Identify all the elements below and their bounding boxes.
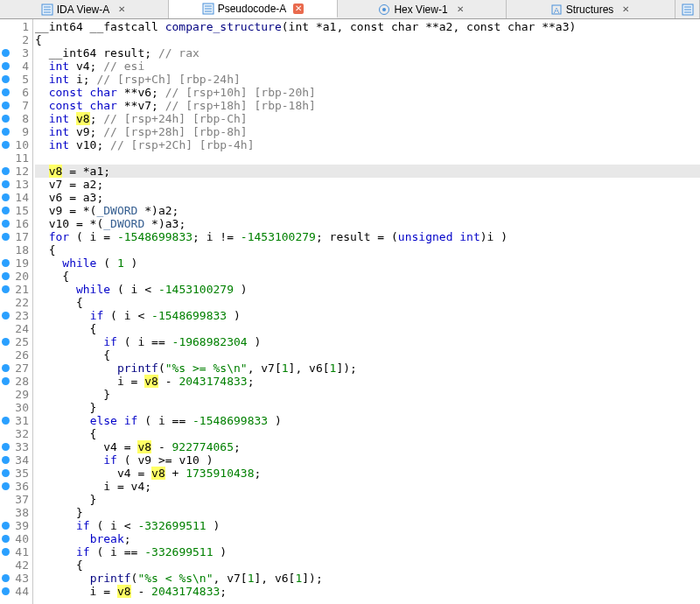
tab-structures[interactable]: A Structures ✕: [507, 0, 676, 18]
line-number[interactable]: 9: [0, 125, 32, 138]
code-line[interactable]: v4 = v8 + 1735910438;: [35, 467, 700, 480]
code-line[interactable]: if ( i == -1968982304 ): [35, 335, 700, 348]
line-number[interactable]: 41: [0, 545, 32, 558]
line-number[interactable]: 5: [0, 73, 32, 86]
line-number[interactable]: 37: [0, 493, 32, 506]
breakpoint-icon[interactable]: [2, 102, 10, 109]
breakpoint-icon[interactable]: [2, 482, 10, 490]
close-icon[interactable]: ✕: [293, 4, 304, 14]
code-line[interactable]: int v9; // [rsp+28h] [rbp-8h]: [35, 125, 700, 138]
code-line[interactable]: }: [35, 401, 700, 414]
breakpoint-icon[interactable]: [2, 75, 10, 83]
breakpoint-icon[interactable]: [2, 456, 10, 464]
line-number[interactable]: 15: [0, 204, 32, 217]
code-line[interactable]: v8 = *a1;: [35, 165, 700, 178]
code-line[interactable]: i = v8 - 2043174833;: [35, 375, 700, 388]
line-number[interactable]: 29: [0, 388, 32, 401]
line-number[interactable]: 30: [0, 401, 32, 414]
line-number[interactable]: 34: [0, 453, 32, 467]
breakpoint-icon[interactable]: [2, 128, 10, 136]
line-number[interactable]: 1: [0, 20, 32, 33]
line-number[interactable]: 22: [0, 296, 32, 309]
code-line[interactable]: v9 = *(_DWORD *)a2;: [35, 204, 700, 217]
line-number[interactable]: 12: [0, 165, 32, 178]
code-line[interactable]: int v10; // [rsp+2Ch] [rbp-4h]: [35, 138, 700, 151]
code-line[interactable]: __int64 __fastcall compare_structure(int…: [35, 20, 700, 33]
code-content[interactable]: __int64 __fastcall compare_structure(int…: [33, 19, 700, 604]
code-line[interactable]: if ( v9 >= v10 ): [35, 453, 700, 467]
line-number[interactable]: 11: [0, 151, 32, 165]
code-line[interactable]: while ( 1 ): [35, 256, 700, 270]
line-number[interactable]: 39: [0, 519, 32, 532]
line-number-gutter[interactable]: 1234567891011121314151617181920212223242…: [0, 19, 33, 604]
code-line[interactable]: {: [35, 322, 700, 335]
breakpoint-icon[interactable]: [2, 285, 10, 293]
code-line[interactable]: }: [35, 493, 700, 506]
breakpoint-icon[interactable]: [2, 180, 10, 188]
code-line[interactable]: const char **v7; // [rsp+18h] [rbp-18h]: [35, 99, 700, 112]
code-line[interactable]: if ( i == -332699511 ): [35, 545, 700, 558]
line-number[interactable]: 25: [0, 335, 32, 348]
line-number[interactable]: 4: [0, 60, 32, 73]
line-number[interactable]: 33: [0, 440, 32, 453]
line-number[interactable]: 7: [0, 99, 32, 112]
line-number[interactable]: 38: [0, 506, 32, 519]
breakpoint-icon[interactable]: [2, 115, 10, 123]
line-number[interactable]: 20: [0, 270, 32, 283]
line-number[interactable]: 3: [0, 46, 32, 60]
code-line[interactable]: int v4; // esi: [35, 60, 700, 73]
line-number[interactable]: 31: [0, 414, 32, 427]
code-line[interactable]: break;: [35, 532, 700, 545]
breakpoint-icon[interactable]: [2, 88, 10, 96]
tab-overflow[interactable]: [676, 0, 700, 18]
line-number[interactable]: 24: [0, 322, 32, 335]
code-line[interactable]: while ( i < -1453100279 ): [35, 283, 700, 296]
code-line[interactable]: {: [35, 33, 700, 46]
breakpoint-icon[interactable]: [2, 272, 10, 280]
line-number[interactable]: 42: [0, 558, 32, 572]
breakpoint-icon[interactable]: [2, 548, 10, 556]
code-line[interactable]: }: [35, 388, 700, 401]
tab-hex-view[interactable]: Hex View-1 ✕: [338, 0, 507, 18]
code-line[interactable]: for ( i = -1548699833; i != -1453100279;…: [35, 230, 700, 243]
close-icon[interactable]: ✕: [116, 4, 127, 15]
code-line[interactable]: v4 = v8 - 922774065;: [35, 440, 700, 453]
breakpoint-icon[interactable]: [2, 574, 10, 582]
breakpoint-icon[interactable]: [2, 377, 10, 385]
breakpoint-icon[interactable]: [2, 469, 10, 477]
code-line[interactable]: {: [35, 296, 700, 309]
code-line[interactable]: printf("%s < %s\n", v7[1], v6[1]);: [35, 572, 700, 585]
tab-pseudocode[interactable]: Pseudocode-A ✕: [169, 0, 338, 18]
line-number[interactable]: 6: [0, 86, 32, 99]
line-number[interactable]: 18: [0, 243, 32, 256]
breakpoint-icon[interactable]: [2, 49, 10, 57]
breakpoint-icon[interactable]: [2, 522, 10, 530]
code-line[interactable]: else if ( i == -1548699833 ): [35, 414, 700, 427]
code-line[interactable]: printf("%s >= %s\n", v7[1], v6[1]);: [35, 362, 700, 375]
line-number[interactable]: 10: [0, 138, 32, 151]
line-number[interactable]: 40: [0, 532, 32, 545]
line-number[interactable]: 14: [0, 191, 32, 204]
line-number[interactable]: 44: [0, 585, 32, 598]
code-line[interactable]: if ( i < -1548699833 ): [35, 309, 700, 322]
code-line[interactable]: {: [35, 427, 700, 440]
code-line[interactable]: {: [35, 243, 700, 256]
breakpoint-icon[interactable]: [2, 259, 10, 267]
line-number[interactable]: 2: [0, 33, 32, 46]
code-line[interactable]: {: [35, 270, 700, 283]
line-number[interactable]: 23: [0, 309, 32, 322]
code-line[interactable]: __int64 result; // rax: [35, 46, 700, 60]
line-number[interactable]: 35: [0, 467, 32, 480]
code-line[interactable]: i = v4;: [35, 480, 700, 493]
breakpoint-icon[interactable]: [2, 62, 10, 70]
close-icon[interactable]: ✕: [455, 4, 466, 15]
close-icon[interactable]: ✕: [620, 4, 631, 15]
line-number[interactable]: 16: [0, 217, 32, 230]
line-number[interactable]: 43: [0, 572, 32, 585]
line-number[interactable]: 21: [0, 283, 32, 296]
line-number[interactable]: 36: [0, 480, 32, 493]
tab-ida-view[interactable]: IDA View-A ✕: [0, 0, 169, 18]
code-line[interactable]: v10 = *(_DWORD *)a3;: [35, 217, 700, 230]
breakpoint-icon[interactable]: [2, 364, 10, 372]
line-number[interactable]: 13: [0, 178, 32, 191]
